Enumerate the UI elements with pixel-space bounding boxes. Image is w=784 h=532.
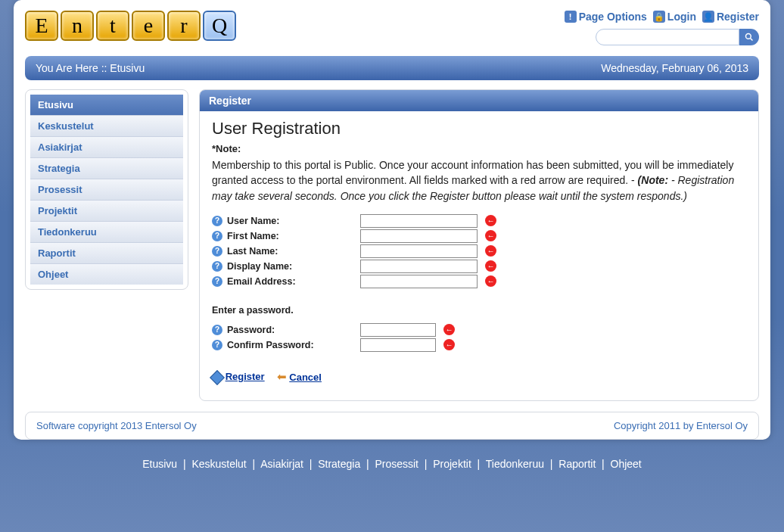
logo-tile: t bbox=[96, 11, 129, 41]
form-row-user-name: ?User Name:← bbox=[212, 214, 746, 228]
breadcrumb-bar: You Are Here :: Etusivu Wednesday, Febru… bbox=[25, 56, 759, 80]
page-options-link[interactable]: !Page Options bbox=[565, 11, 647, 23]
diamond-icon bbox=[210, 370, 225, 385]
form-row-password: ?Password:← bbox=[212, 323, 746, 337]
body-row: EtusivuKeskustelutAsiakirjatStrategiaPro… bbox=[25, 89, 759, 401]
required-icon: ← bbox=[485, 260, 496, 272]
breadcrumb-current: Etusivu bbox=[110, 62, 145, 74]
date-display: Wednesday, February 06, 2013 bbox=[601, 62, 748, 74]
password-section-label: Enter a password. bbox=[212, 305, 746, 316]
breadcrumb: You Are Here :: Etusivu bbox=[36, 62, 145, 74]
help-icon[interactable]: ? bbox=[212, 261, 222, 272]
form-row-confirm-password: ?Confirm Password:← bbox=[212, 338, 746, 352]
cancel-action: ⬅ Cancel bbox=[277, 370, 322, 384]
register-action: Register bbox=[212, 371, 265, 383]
search-input[interactable] bbox=[596, 29, 739, 45]
page-options-label: Page Options bbox=[579, 11, 647, 23]
sidebar-item-raportit[interactable]: Raportit bbox=[30, 243, 183, 264]
label-email-address: Email Address: bbox=[227, 276, 356, 287]
register-link[interactable]: 👤Register bbox=[702, 11, 759, 23]
logo-tile: r bbox=[167, 11, 201, 41]
bottom-nav-raportit[interactable]: Raportit bbox=[558, 458, 596, 470]
logo-tile: Q bbox=[203, 11, 236, 41]
bottom-nav-tiedonkeruu[interactable]: Tiedonkeruu bbox=[486, 458, 544, 470]
note-bold: (Note: bbox=[638, 174, 668, 186]
cancel-arrow-icon: ⬅ bbox=[277, 370, 287, 383]
form-row-display-name: ?Display Name:← bbox=[212, 260, 746, 273]
help-icon[interactable]: ? bbox=[212, 231, 222, 241]
sidebar-item-tiedonkeruu[interactable]: Tiedonkeruu bbox=[30, 222, 183, 243]
form-row-last-name: ?Last Name:← bbox=[212, 244, 746, 258]
note-text: Membership to this portal is Public. Onc… bbox=[212, 157, 746, 204]
form-row-first-name: ?First Name:← bbox=[212, 229, 746, 243]
form-row-email-address: ?Email Address:← bbox=[212, 275, 746, 288]
first-name-input[interactable] bbox=[360, 229, 478, 243]
confirm-password-input[interactable] bbox=[360, 338, 436, 352]
label-confirm-password: Confirm Password: bbox=[227, 340, 356, 350]
help-icon[interactable]: ? bbox=[212, 340, 222, 350]
help-icon[interactable]: ? bbox=[212, 325, 222, 335]
registration-fields: ?User Name:←?First Name:←?Last Name:←?Di… bbox=[212, 214, 746, 288]
bottom-nav-projektit[interactable]: Projektit bbox=[433, 458, 471, 470]
display-name-input[interactable] bbox=[360, 260, 478, 273]
label-last-name: Last Name: bbox=[227, 246, 356, 257]
top-links: !Page Options 🔒Login 👤Register bbox=[565, 11, 759, 23]
bottom-nav-etusivu[interactable]: Etusivu bbox=[142, 458, 177, 470]
bottom-nav: Etusivu | Keskustelut | Asiakirjat | Str… bbox=[0, 447, 784, 487]
user-name-input[interactable] bbox=[360, 214, 478, 228]
label-user-name: User Name: bbox=[227, 216, 356, 226]
required-icon: ← bbox=[485, 245, 496, 257]
footer-left: Software copyright 2013 Entersol Oy bbox=[36, 420, 197, 431]
search-box bbox=[565, 29, 759, 45]
required-icon: ← bbox=[485, 230, 496, 241]
last-name-input[interactable] bbox=[360, 244, 478, 258]
logo-tile: e bbox=[132, 11, 165, 41]
footer: Software copyright 2013 Entersol Oy Copy… bbox=[25, 412, 759, 440]
sidebar-item-projektit[interactable]: Projektit bbox=[30, 201, 183, 222]
logo-tile: n bbox=[61, 11, 94, 41]
info-icon: ! bbox=[565, 11, 577, 23]
note-label: *Note: bbox=[212, 143, 746, 154]
sidebar-item-etusivu[interactable]: Etusivu bbox=[30, 95, 183, 116]
register-button[interactable]: Register bbox=[226, 371, 265, 382]
bottom-nav-strategia[interactable]: Strategia bbox=[318, 458, 360, 470]
form-actions: Register ⬅ Cancel bbox=[212, 370, 746, 384]
sidebar-item-asiakirjat[interactable]: Asiakirjat bbox=[30, 137, 183, 158]
label-first-name: First Name: bbox=[227, 231, 356, 241]
bottom-nav-ohjeet[interactable]: Ohjeet bbox=[611, 458, 642, 470]
cancel-button[interactable]: Cancel bbox=[289, 372, 322, 383]
bottom-nav-keskustelut[interactable]: Keskustelut bbox=[191, 458, 246, 470]
logo: EnterQ bbox=[25, 11, 236, 41]
login-label: Login bbox=[667, 11, 696, 23]
sidebar-item-keskustelut[interactable]: Keskustelut bbox=[30, 116, 183, 137]
email-address-input[interactable] bbox=[360, 275, 478, 288]
required-icon: ← bbox=[443, 324, 455, 335]
app-container: EnterQ !Page Options 🔒Login 👤Register Yo… bbox=[14, 0, 770, 440]
login-link[interactable]: 🔒Login bbox=[653, 11, 696, 23]
svg-point-0 bbox=[746, 34, 751, 39]
bottom-nav-asiakirjat[interactable]: Asiakirjat bbox=[260, 458, 303, 470]
password-input[interactable] bbox=[360, 323, 436, 337]
help-icon[interactable]: ? bbox=[212, 216, 222, 226]
search-icon bbox=[745, 33, 754, 42]
panel-heading: User Registration bbox=[212, 119, 746, 138]
sidebar-item-strategia[interactable]: Strategia bbox=[30, 158, 183, 179]
sidebar: EtusivuKeskustelutAsiakirjatStrategiaPro… bbox=[25, 89, 188, 290]
breadcrumb-prefix: You Are Here :: bbox=[36, 62, 107, 74]
panel-body: User Registration *Note: Membership to t… bbox=[200, 111, 758, 400]
search-button[interactable] bbox=[739, 29, 759, 45]
required-icon: ← bbox=[485, 215, 496, 226]
required-icon: ← bbox=[485, 275, 496, 287]
label-password: Password: bbox=[227, 325, 356, 335]
sidebar-item-prosessit[interactable]: Prosessit bbox=[30, 179, 183, 201]
svg-line-1 bbox=[751, 39, 753, 41]
help-icon[interactable]: ? bbox=[212, 276, 222, 287]
top-right: !Page Options 🔒Login 👤Register bbox=[565, 11, 759, 45]
sidebar-item-ohjeet[interactable]: Ohjeet bbox=[30, 264, 183, 285]
footer-right: Copyright 2011 by Entersol Oy bbox=[614, 420, 748, 431]
help-icon[interactable]: ? bbox=[212, 246, 222, 257]
lock-icon: 🔒 bbox=[653, 11, 665, 23]
top-bar: EnterQ !Page Options 🔒Login 👤Register bbox=[25, 8, 759, 51]
password-fields: ?Password:←?Confirm Password:← bbox=[212, 323, 746, 352]
bottom-nav-prosessit[interactable]: Prosessit bbox=[375, 458, 418, 470]
